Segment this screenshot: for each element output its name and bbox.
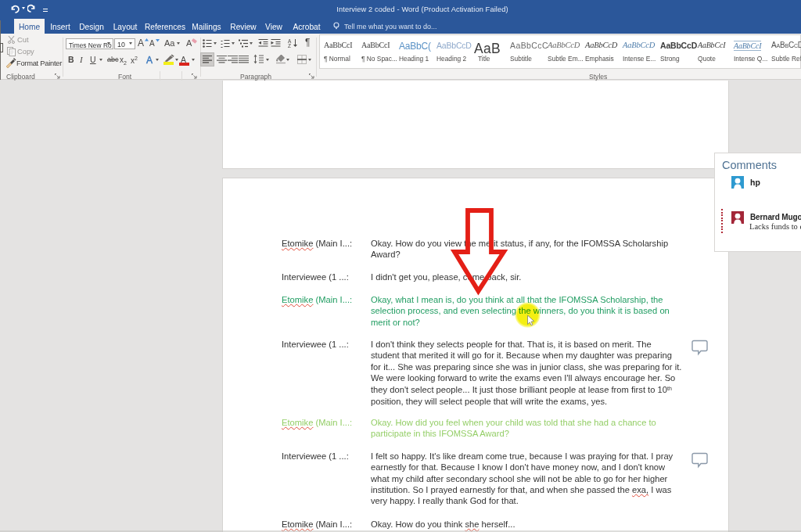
svg-text:Z: Z — [288, 43, 291, 48]
